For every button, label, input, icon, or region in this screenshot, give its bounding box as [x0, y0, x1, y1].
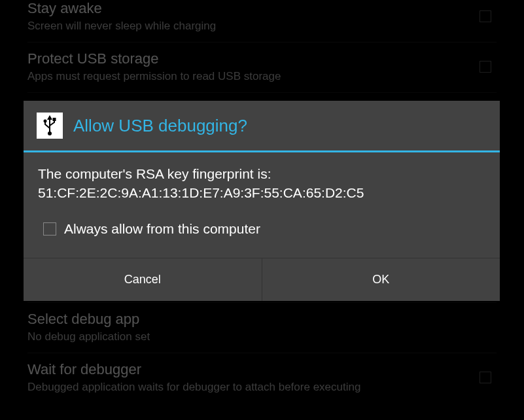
dialog-buttons: Cancel OK: [24, 258, 500, 301]
usb-icon: [37, 113, 63, 139]
dialog-fingerprint-value: 51:CF:2E:2C:9A:A1:13:1D:E7:A9:3F:55:CA:6…: [38, 183, 485, 202]
always-allow-label: Always allow from this computer: [64, 221, 260, 237]
ok-button[interactable]: OK: [262, 258, 500, 301]
dialog-fingerprint-label: The computer's RSA key fingerprint is:: [38, 164, 485, 183]
svg-rect-4: [53, 118, 56, 121]
dialog-header: Allow USB debugging?: [24, 101, 500, 150]
dialog-title: Allow USB debugging?: [73, 116, 247, 136]
svg-marker-2: [47, 115, 52, 120]
always-allow-checkbox[interactable]: [43, 222, 56, 236]
svg-point-3: [44, 120, 47, 123]
usb-debugging-dialog: Allow USB debugging? The computer's RSA …: [24, 101, 500, 301]
cancel-button[interactable]: Cancel: [24, 258, 262, 301]
dialog-checkbox-row[interactable]: Always allow from this computer: [38, 221, 485, 237]
dialog-body: The computer's RSA key fingerprint is: 5…: [24, 152, 500, 258]
